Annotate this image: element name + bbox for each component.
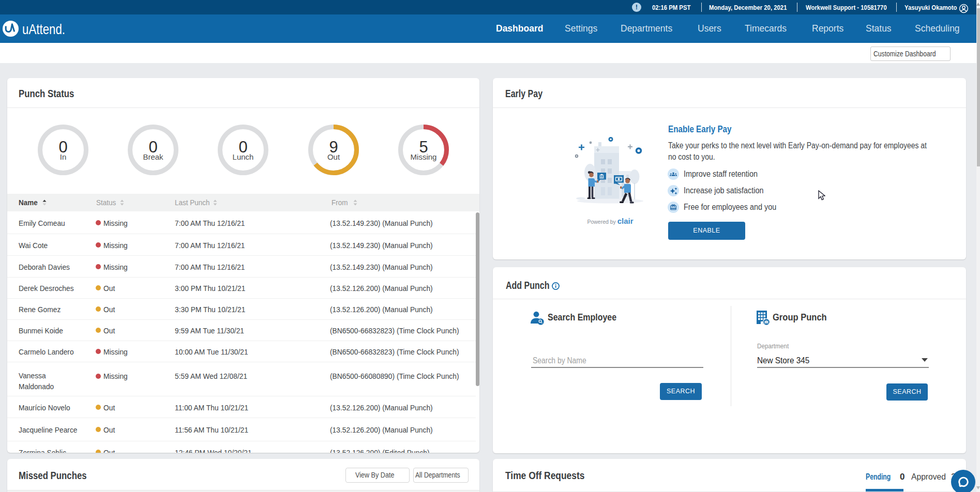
svg-text:uAttend.: uAttend. [22,22,65,37]
